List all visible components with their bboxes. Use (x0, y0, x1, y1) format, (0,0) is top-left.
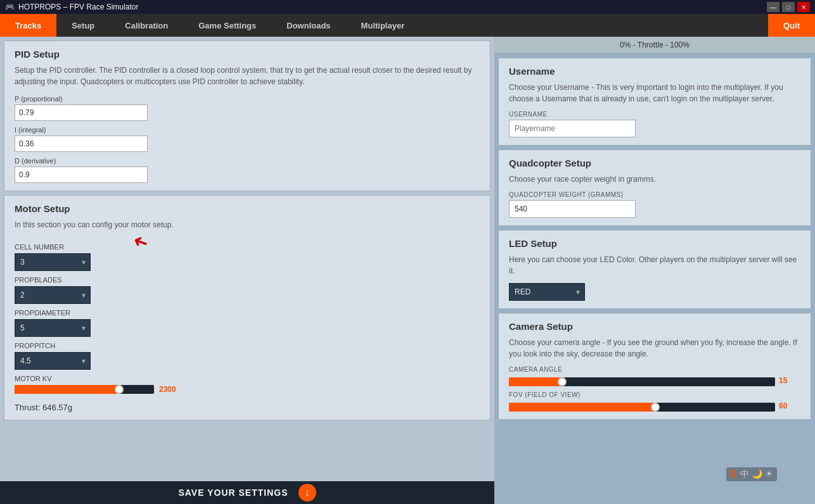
save-label: SAVE YOUR SETTINGS (178, 488, 288, 498)
title-bar-controls: — □ ✕ (767, 2, 810, 12)
quadcopter-desc: Choose your race copter weight in gramms… (509, 173, 800, 185)
propblades-dropdown[interactable]: 2 3 4 ▼ (15, 286, 91, 304)
d-label: D (derivative) (15, 157, 480, 165)
quadcopter-weight-label: QUADCOPTER WEIGHT (gramms) (509, 191, 800, 198)
led-color-select[interactable]: RED GREEN BLUE YELLOW WHITE (509, 283, 585, 301)
right-panel: 0% - Throttle - 100% Username Choose you… (494, 37, 815, 504)
proppitch-label: PROPPITCH (15, 342, 480, 350)
fov-thumb[interactable] (651, 403, 660, 412)
proppitch-dropdown[interactable]: 4.5 3.5 4.0 5.0 ▼ (15, 352, 91, 370)
nav-setup[interactable]: Setup (56, 14, 110, 37)
fov-label: FOV (field of view) (509, 391, 800, 398)
proppitch-select[interactable]: 4.5 3.5 4.0 5.0 (15, 352, 91, 370)
throttle-bar: 0% - Throttle - 100% (494, 37, 815, 54)
username-title: Username (509, 66, 800, 77)
propblades-label: PROPBLADES (15, 276, 480, 284)
motor-setup-section: Motor Setup In this section you can conf… (4, 195, 491, 420)
pid-setup-section: PID Setup Setup the PID controller. The … (4, 41, 491, 191)
i-label: I (integral) (15, 126, 480, 134)
motor-kv-value: 2300 (159, 385, 176, 394)
save-icon: ↓ (298, 484, 316, 501)
camera-angle-value: 15 (779, 376, 787, 385)
led-desc: Here you can choose your LED Color. Othe… (509, 254, 800, 277)
cell-number-select[interactable]: 3 2 4 6 (15, 253, 91, 271)
i-input[interactable] (15, 135, 148, 152)
minimize-button[interactable]: — (767, 2, 780, 12)
camera-angle-thumb[interactable] (558, 377, 567, 386)
left-panel: PID Setup Setup the PID controller. The … (0, 37, 494, 504)
quadcopter-section: Quadcopter Setup Choose your race copter… (498, 149, 811, 226)
camera-angle-fill (509, 377, 562, 386)
camera-angle-label: CAMERA ANGLE (509, 366, 800, 373)
nav-multiplayer[interactable]: Multiplayer (346, 14, 420, 37)
username-section: Username Choose your Username - This is … (498, 58, 811, 146)
watermark-icons: 中 🌙 ☀ (740, 469, 773, 480)
camera-desc: Choose your camera angle - If you see th… (509, 337, 800, 360)
maximize-button[interactable]: □ (782, 2, 795, 12)
username-desc: Choose your Username - This is very impo… (509, 82, 800, 104)
camera-title: Camera Setup (509, 321, 800, 332)
motor-kv-label: MOTOR KV (15, 375, 480, 382)
quit-button[interactable]: Quit (768, 14, 815, 37)
app-title: HOTPROPS – FPV Race Simulator (18, 3, 138, 11)
save-bar[interactable]: SAVE YOUR SETTINGS ↓ (0, 481, 494, 504)
led-section: LED Setup Here you can choose your LED C… (498, 230, 811, 309)
username-field-label: USERNAME (509, 111, 800, 118)
led-dropdown-wrap[interactable]: RED GREEN BLUE YELLOW WHITE ▼ (509, 283, 585, 301)
watermark: S 中 🌙 ☀ (726, 467, 777, 481)
p-input[interactable] (15, 104, 148, 121)
motor-setup-title: Motor Setup (15, 203, 480, 214)
fov-fill (509, 403, 655, 412)
nav-tracks[interactable]: Tracks (0, 14, 56, 37)
camera-section: Camera Setup Choose your camera angle - … (498, 313, 811, 420)
p-label: P (proportional) (15, 95, 480, 103)
cell-number-label: CELL NUMBER (15, 243, 91, 251)
title-bar: 🎮 HOTPROPS – FPV Race Simulator — □ ✕ (0, 0, 815, 14)
close-button[interactable]: ✕ (797, 2, 810, 12)
title-bar-left: 🎮 HOTPROPS – FPV Race Simulator (5, 3, 138, 11)
d-input[interactable] (15, 167, 148, 183)
led-title: LED Setup (509, 238, 800, 249)
nav-calibration[interactable]: Calibration (110, 14, 183, 37)
watermark-s: S (730, 469, 737, 480)
throttle-text: 0% - Throttle - 100% (620, 41, 690, 49)
cell-number-dropdown[interactable]: 3 2 4 6 ▼ (15, 253, 91, 271)
motor-kv-fill (15, 385, 119, 394)
nav-game-settings[interactable]: Game Settings (183, 14, 271, 37)
propdiameter-dropdown[interactable]: 5 4 6 7 ▼ (15, 319, 91, 337)
nav-bar: Tracks Setup Calibration Game Settings D… (0, 14, 815, 37)
app-icon: 🎮 (5, 3, 15, 11)
thrust-text: Thrust: 646.57g (15, 403, 480, 412)
main-content: PID Setup Setup the PID controller. The … (0, 37, 815, 504)
quadcopter-title: Quadcopter Setup (509, 158, 800, 168)
fov-value: 60 (779, 401, 787, 410)
propdiameter-label: PROPDIAMETER (15, 309, 480, 317)
fov-slider[interactable] (509, 403, 775, 412)
username-input[interactable] (509, 120, 636, 137)
motor-kv-row: MOTOR KV 2300 ➜ (15, 375, 480, 394)
pid-setup-title: PID Setup (15, 49, 480, 60)
propblades-select[interactable]: 2 3 4 (15, 286, 91, 304)
cell-number-arrow-annotation: ➜ (130, 230, 151, 255)
pid-setup-desc: Setup the PID controller. The PID contro… (15, 65, 480, 87)
nav-downloads[interactable]: Downloads (271, 14, 345, 37)
motor-kv-thumb[interactable] (115, 385, 124, 394)
quadcopter-weight-input[interactable] (509, 200, 636, 218)
propdiameter-select[interactable]: 5 4 6 7 (15, 319, 91, 337)
motor-kv-slider[interactable] (15, 385, 154, 394)
motor-setup-desc: In this section you can config your moto… (15, 219, 480, 230)
camera-angle-slider[interactable] (509, 377, 775, 386)
